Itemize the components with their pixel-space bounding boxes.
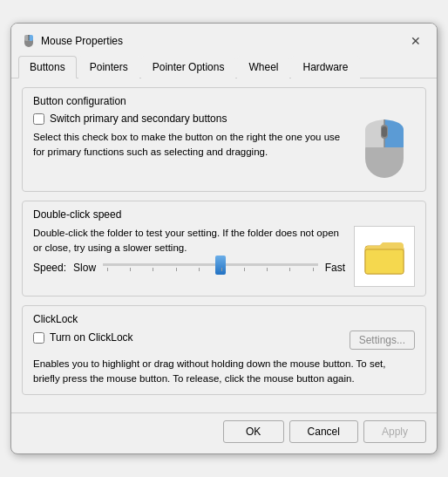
- fast-label: Fast: [325, 262, 345, 274]
- window-title: Mouse Properties: [41, 35, 123, 47]
- tick-6: [221, 268, 222, 271]
- button-config-row: Switch primary and secondary buttons Sel…: [33, 112, 415, 182]
- apply-button[interactable]: Apply: [363, 420, 426, 443]
- title-bar: Mouse Properties ✕: [11, 24, 437, 55]
- switch-buttons-label: Switch primary and secondary buttons: [50, 112, 227, 125]
- tab-buttons[interactable]: Buttons: [18, 56, 77, 78]
- clicklock-checkbox[interactable]: [33, 332, 44, 344]
- tick-5: [199, 268, 200, 271]
- tab-pointer-options[interactable]: Pointer Options: [141, 56, 236, 78]
- tick-2: [130, 268, 131, 271]
- speed-slider-wrapper: [103, 263, 318, 271]
- folder-icon: [363, 237, 405, 276]
- switch-buttons-row: Switch primary and secondary buttons: [33, 112, 354, 125]
- switch-buttons-checkbox[interactable]: [33, 113, 44, 125]
- tick-3: [153, 268, 153, 271]
- svg-rect-2: [29, 35, 33, 41]
- tab-wheel[interactable]: Wheel: [237, 56, 289, 78]
- clicklock-group-label: ClickLock: [33, 313, 415, 325]
- speed-label: Speed:: [33, 262, 66, 274]
- cancel-button[interactable]: Cancel: [289, 420, 358, 443]
- mouse-svg: [358, 112, 411, 182]
- ticks-row: [103, 266, 318, 271]
- tab-hardware[interactable]: Hardware: [291, 56, 359, 78]
- button-config-group: Button configuration Switch primary and …: [22, 87, 426, 192]
- tick-1: [107, 268, 108, 271]
- clicklock-checkbox-label: Turn on ClickLock: [50, 331, 133, 344]
- tab-bar: Buttons Pointers Pointer Options Wheel H…: [11, 55, 437, 78]
- button-config-description: Select this check box to make the button…: [33, 130, 354, 158]
- clicklock-group: ClickLock Turn on ClickLock Settings... …: [22, 305, 426, 394]
- double-click-label: Double-click speed: [33, 208, 415, 221]
- title-bar-left: Mouse Properties: [22, 34, 123, 48]
- button-config-left: Switch primary and secondary buttons Sel…: [33, 112, 354, 158]
- svg-rect-10: [365, 249, 404, 274]
- button-config-label: Button configuration: [33, 95, 415, 107]
- speed-row: Speed: Slow: [33, 262, 345, 274]
- folder-test-area[interactable]: [354, 226, 415, 287]
- bottom-buttons: OK Cancel Apply: [11, 413, 437, 453]
- svg-rect-3: [29, 35, 30, 40]
- double-click-group: Double-click speed Double-click the fold…: [22, 201, 426, 296]
- tab-pointers[interactable]: Pointers: [78, 56, 139, 78]
- tick-10: [313, 268, 314, 271]
- close-button[interactable]: ✕: [405, 31, 426, 51]
- clicklock-settings-button[interactable]: Settings...: [350, 330, 415, 350]
- double-click-description: Double-click the folder to test your set…: [33, 226, 345, 254]
- mouse-icon-small: [22, 34, 36, 48]
- svg-rect-7: [382, 126, 387, 137]
- tick-4: [176, 268, 177, 271]
- ok-button[interactable]: OK: [223, 420, 284, 443]
- mouse-properties-window: Mouse Properties ✕ Buttons Pointers Poin…: [10, 23, 438, 453]
- double-click-left: Double-click the folder to test your set…: [33, 226, 354, 273]
- tab-content: Button configuration Switch primary and …: [11, 78, 437, 412]
- mouse-illustration: [354, 112, 415, 182]
- slow-label: Slow: [73, 262, 96, 274]
- clicklock-description: Enables you to highlight or drag without…: [33, 357, 415, 385]
- clicklock-checkbox-row: Turn on ClickLock: [33, 331, 133, 344]
- clicklock-row: Turn on ClickLock Settings...: [33, 330, 415, 350]
- tick-7: [244, 268, 245, 271]
- svg-rect-1: [24, 35, 29, 41]
- tick-9: [289, 268, 290, 271]
- tick-8: [267, 268, 268, 271]
